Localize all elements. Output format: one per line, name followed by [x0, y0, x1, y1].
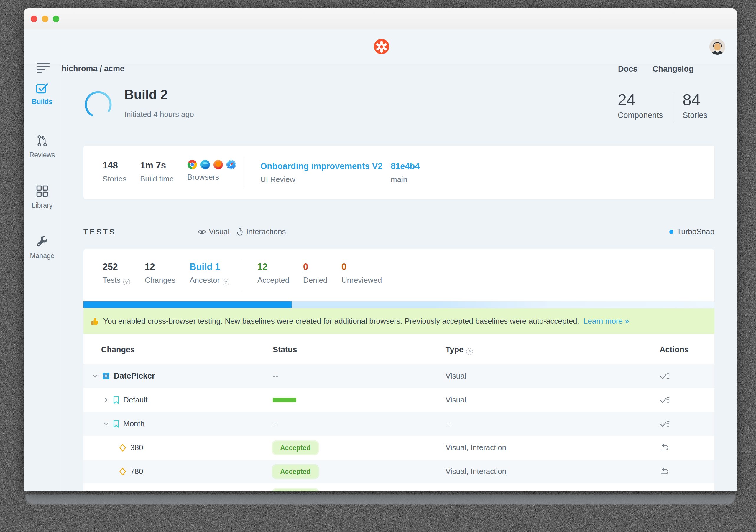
status-dashes: -- [273, 371, 278, 381]
stories-label: Stories [683, 111, 707, 120]
stat-ancestor: Build 1 Ancestor? [190, 262, 230, 286]
sidebar-label-builds: Builds [24, 98, 61, 106]
filter-visual[interactable]: Visual [198, 227, 230, 236]
col-actions: Actions [660, 345, 689, 354]
stories-count: 84 Stories [683, 91, 707, 120]
denied-label: Denied [303, 276, 327, 285]
hand-pointer-icon [236, 228, 244, 236]
row-name[interactable]: 1280 [130, 491, 148, 491]
unaccept-button[interactable] [660, 460, 669, 483]
component-grid-icon [102, 372, 110, 380]
filter-interactions[interactable]: Interactions [236, 227, 286, 236]
sidebar-toggle-icon[interactable] [37, 63, 50, 75]
changes-table: Changes Status Type? Actions DatePicker [83, 334, 715, 491]
window-bottom-edge [25, 494, 735, 504]
summary-build-time: 1m 7s Build time [140, 160, 174, 184]
banner-learn-more-link[interactable]: Learn more » [583, 317, 629, 326]
accept-all-icon [660, 372, 670, 381]
brand-logo-icon[interactable] [374, 39, 389, 54]
table-row-380[interactable]: 380 Accepted Visual, Interaction [83, 436, 715, 460]
close-button[interactable] [31, 15, 37, 22]
row-name[interactable]: Default [123, 395, 148, 404]
screenshot-stage: hichroma / acme Docs Changelog [0, 0, 756, 532]
app-header: hichroma / acme Docs Changelog [24, 30, 737, 64]
build-initiated: Initiated 4 hours ago [124, 110, 194, 119]
safari-icon [226, 160, 236, 170]
commit-link[interactable]: 81e4b4 [391, 161, 419, 171]
table-row-month[interactable]: Month -- -- [83, 412, 715, 436]
type-value: Visual [446, 395, 466, 404]
nav-docs-link[interactable]: Docs [618, 64, 637, 74]
stat-tests: 252 Tests? [103, 262, 130, 286]
table-row-780[interactable]: 780 Accepted Visual, Interaction [83, 460, 715, 483]
stat-unreviewed: 0 Unreviewed [341, 262, 382, 285]
turbosnap-label: TurboSnap [677, 227, 715, 236]
row-name[interactable]: Month [123, 419, 145, 428]
unaccept-button[interactable] [660, 436, 669, 460]
cross-browser-banner: You enabled cross-browser testing. New b… [83, 308, 715, 334]
ancestor-label: Ancestor? [190, 276, 230, 286]
turbosnap-dot-icon [669, 230, 673, 234]
sidebar-item-builds[interactable]: Builds [24, 83, 61, 106]
user-avatar[interactable] [710, 39, 725, 55]
tests-section-header: TESTS Visual Interactions TurboSnap [83, 226, 715, 238]
type-value: Visual, Interaction [446, 491, 506, 491]
sidebar-label-reviews: Reviews [24, 151, 61, 159]
table-row-1280[interactable]: 1280 Accepted Visual, Interaction [83, 483, 715, 491]
browser-icons [187, 160, 236, 170]
table-header: Changes Status Type? Actions [83, 334, 715, 364]
commit-branch-label: main [391, 175, 419, 184]
sidebar-item-reviews[interactable]: Reviews [24, 135, 61, 159]
build-title: Build 2 [124, 87, 168, 102]
summary-divider [244, 157, 244, 187]
chevron-down-icon[interactable] [103, 421, 109, 427]
builds-checkbox-icon [36, 83, 49, 94]
accept-all-button[interactable] [660, 388, 670, 412]
row-name[interactable]: DatePicker [114, 371, 155, 381]
accept-all-icon [660, 395, 670, 404]
sidebar-label-library: Library [24, 201, 61, 210]
zoom-button[interactable] [53, 15, 59, 22]
row-name[interactable]: 380 [130, 443, 143, 452]
branch-link[interactable]: Onboarding improvements V2 [260, 161, 382, 171]
tests-help-icon[interactable]: ? [123, 279, 130, 286]
window-titlebar[interactable] [24, 8, 737, 30]
ancestor-help-icon[interactable]: ? [223, 279, 230, 286]
status-accepted-badge: Accepted [273, 489, 318, 492]
filter-interactions-label: Interactions [246, 227, 286, 236]
edge-icon [200, 160, 210, 170]
row-name[interactable]: 780 [130, 467, 143, 476]
accept-all-button[interactable] [660, 364, 670, 388]
accept-all-icon [660, 419, 670, 428]
chevron-right-icon[interactable] [103, 397, 109, 403]
table-row-default[interactable]: Default Visual [83, 388, 715, 412]
nav-changelog-link[interactable]: Changelog [653, 64, 694, 74]
denied-value: 0 [303, 262, 327, 272]
stat-changes: 12 Changes [145, 262, 176, 285]
type-value: Visual, Interaction [446, 443, 506, 452]
project-breadcrumb[interactable]: hichroma / acme [62, 64, 124, 73]
sidebar-item-manage[interactable]: Manage [24, 235, 61, 260]
type-value: Visual, Interaction [446, 467, 506, 476]
type-value: Visual [446, 371, 466, 381]
sidebar-item-library[interactable]: Library [24, 185, 61, 210]
unreviewed-value: 0 [341, 262, 382, 272]
summary-commit: 81e4b4 main [391, 161, 419, 184]
type-help-icon[interactable]: ? [466, 348, 473, 355]
components-count: 24 Components [618, 91, 663, 120]
col-status: Status [273, 345, 297, 354]
unaccept-button[interactable] [660, 483, 669, 491]
build-time-label: Build time [140, 174, 174, 184]
reviews-pullrequest-icon [36, 135, 48, 147]
summary-stories-label: Stories [103, 174, 126, 184]
tests-title: TESTS [83, 228, 116, 236]
minimize-button[interactable] [42, 15, 48, 22]
ancestor-build-link[interactable]: Build 1 [190, 262, 230, 272]
turbosnap-indicator[interactable]: TurboSnap [669, 227, 715, 236]
accept-all-button[interactable] [660, 412, 670, 436]
chevron-down-icon[interactable] [92, 373, 98, 379]
table-row-datepicker[interactable]: DatePicker -- Visual [83, 364, 715, 388]
accepted-value: 12 [257, 262, 289, 272]
build-time-value: 1m 7s [140, 160, 174, 171]
chrome-icon [187, 160, 197, 170]
